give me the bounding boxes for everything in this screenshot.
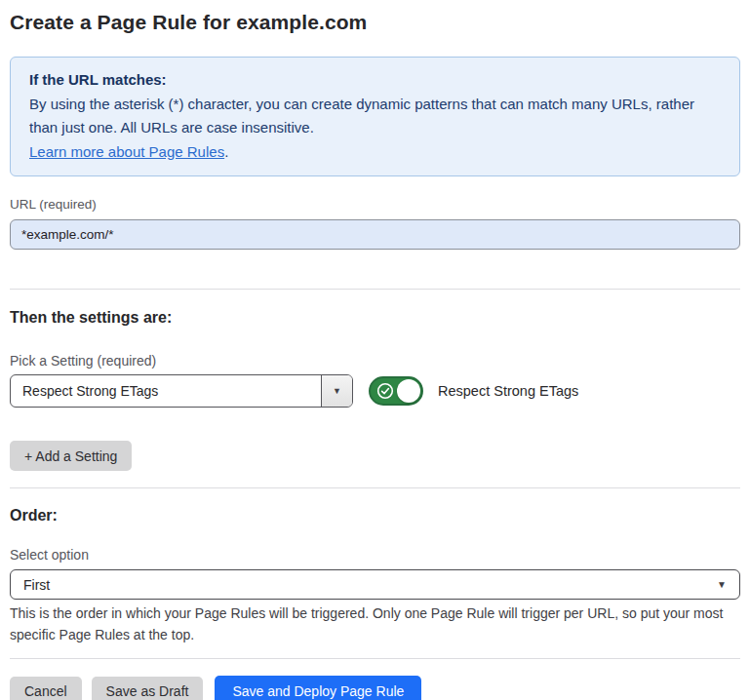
footer-actions: Cancel Save as Draft Save and Deploy Pag… (10, 676, 740, 700)
order-select-value: First (23, 577, 717, 593)
info-box-body: By using the asterisk (*) character, you… (29, 93, 721, 140)
info-box-heading: If the URL matches: (29, 68, 721, 93)
settings-section-heading: Then the settings are: (10, 309, 740, 327)
footer-divider (10, 658, 740, 659)
link-suffix: . (224, 143, 228, 160)
toggle-knob (397, 379, 420, 403)
page-rule-form: Create a Page Rule for example.com If th… (0, 0, 750, 700)
learn-more-link[interactable]: Learn more about Page Rules (29, 143, 224, 160)
toggle-label: Respect Strong ETags (438, 383, 578, 399)
section-divider (10, 487, 740, 488)
order-section-heading: Order: (10, 507, 740, 525)
check-icon (376, 382, 394, 404)
cancel-button[interactable]: Cancel (10, 677, 82, 700)
etag-toggle-group: Respect Strong ETags (369, 376, 578, 406)
dropdown-arrow-button[interactable]: ▼ (321, 375, 352, 407)
url-field-label: URL (required) (10, 197, 740, 212)
save-deploy-button[interactable]: Save and Deploy Page Rule (215, 676, 421, 700)
chevron-down-icon: ▼ (333, 386, 341, 396)
order-select-label: Select option (10, 547, 740, 563)
url-input[interactable] (10, 219, 740, 250)
respect-etags-toggle[interactable] (369, 376, 423, 406)
section-divider (10, 289, 740, 290)
add-setting-button[interactable]: + Add a Setting (10, 441, 132, 471)
setting-select[interactable]: Respect Strong ETags ▼ (10, 374, 353, 408)
url-matches-info-box: If the URL matches: By using the asteris… (10, 57, 740, 176)
info-box-link-line: Learn more about Page Rules. (29, 140, 721, 165)
chevron-down-icon: ▼ (717, 579, 727, 590)
page-title: Create a Page Rule for example.com (10, 0, 740, 34)
pick-setting-label: Pick a Setting (required) (10, 353, 740, 369)
save-draft-button[interactable]: Save as Draft (92, 677, 204, 700)
setting-row: Respect Strong ETags ▼ Respect Strong ET… (10, 374, 740, 408)
order-select[interactable]: First ▼ (10, 569, 740, 600)
setting-select-value: Respect Strong ETags (11, 375, 321, 407)
order-help-text: This is the order in which your Page Rul… (10, 603, 731, 645)
